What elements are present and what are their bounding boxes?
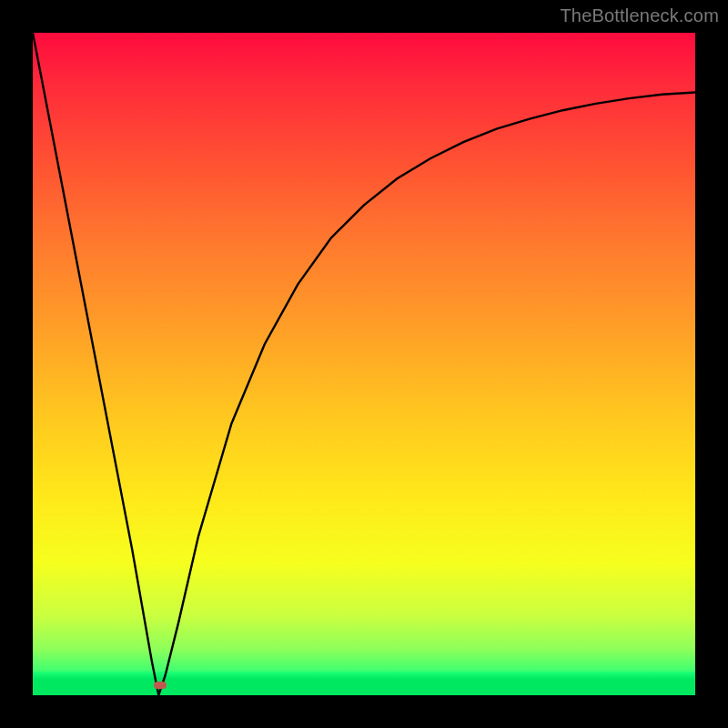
minimum-marker <box>154 682 167 689</box>
outer-frame: TheBottleneck.com <box>0 0 728 728</box>
curve-svg <box>33 33 695 695</box>
bottleneck-curve-path <box>33 33 695 695</box>
watermark-text: TheBottleneck.com <box>560 5 719 26</box>
plot-area <box>33 33 695 695</box>
